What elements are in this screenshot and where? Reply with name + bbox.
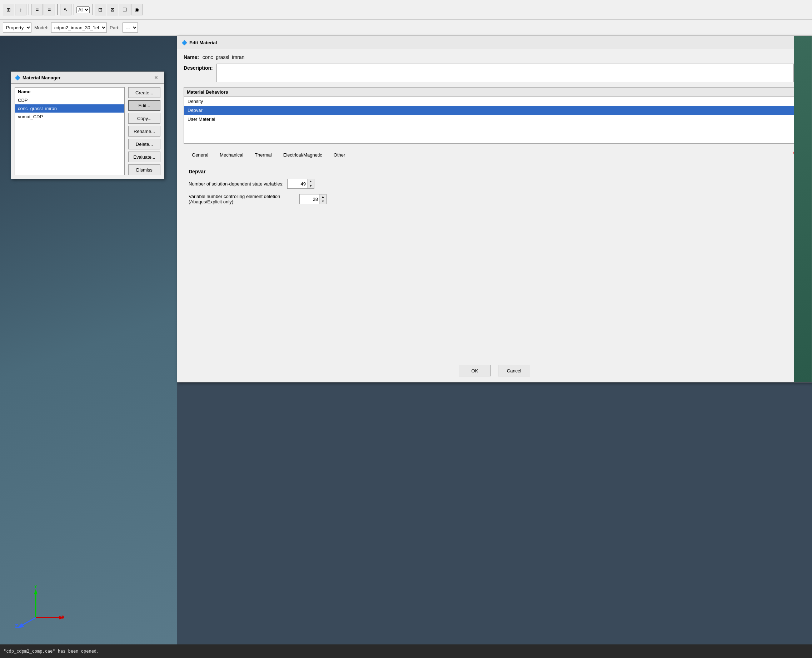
solution-vars-spin-down[interactable]: ▼ [308,184,314,188]
depvar-section: Depvar Number of solution-dependent stat… [184,165,805,213]
module-dropdown[interactable]: Property [3,22,31,33]
toolbar-btn-8[interactable]: ☐ [119,4,130,16]
deletion-var-label: Variable number controlling element dele… [189,194,296,204]
deletion-var-spin-down[interactable]: ▼ [320,199,326,204]
depvar-title: Depvar [189,169,800,174]
deletion-var-row: Variable number controlling element dele… [189,194,800,204]
name-row: Name: conc_grassl_imran [184,54,805,60]
tab-other[interactable]: Other [328,150,351,160]
material-manager-title: 🔷 Material Manager [15,75,60,80]
tabs-row: General Mechanical Thermal Electrical/Ma… [184,149,805,160]
solution-vars-spinbox: ▲ ▼ [287,179,314,189]
property-bar: Property Model: cdpm2_imran_30_1el Part:… [0,20,812,36]
toolbar: ⊞ ↕ ≡ ≡ ↖ All ⊡ ⊠ ☐ ◉ [0,0,812,20]
edit-material-title-text: Edit Material [189,40,217,45]
tab-thermal[interactable]: Thermal [249,150,277,160]
name-label: Name: [184,54,199,60]
deletion-var-spinbox: ▲ ▼ [299,194,327,204]
toolbar-btn-2[interactable]: ↕ [15,4,27,16]
y-axis-label: Y [34,586,38,589]
x-axis-label: X [61,614,64,620]
solution-vars-label: Number of solution-dependent state varia… [189,181,284,186]
edit-button[interactable]: Edit... [128,100,160,111]
edit-material-icon: 🔷 [181,40,187,45]
material-manager-dialog: 🔷 Material Manager ✕ Name CDP conc_grass… [11,72,164,179]
deletion-var-spin-buttons: ▲ ▼ [319,194,326,204]
status-bar: "cdp_cdpm2_comp.cae" has been opened. [0,644,812,658]
model-dropdown[interactable]: cdpm2_imran_30_1el [51,22,107,33]
z-axis-label: Z [15,623,18,628]
edit-material-dialog: 🔷 Edit Material ✕ Name: conc_grassl_imra… [177,36,812,382]
evaluate-button[interactable]: Evaluate... [128,152,160,162]
behavior-list: Density Depvar User Material [184,97,805,143]
dismiss-button[interactable]: Dismiss [128,164,160,175]
toolbar-sep-2 [57,4,58,15]
create-button[interactable]: Create... [128,87,160,98]
toolbar-sep-4 [92,4,92,15]
toolbar-btn-5[interactable]: ↖ [60,4,72,16]
viewport: 🔷 Material Manager ✕ Name CDP conc_grass… [0,36,177,658]
edit-material-content: Name: conc_grassl_imran Description: ✏️ … [177,49,812,218]
toolbar-icons: ⊞ ↕ ≡ ≡ ↖ All ⊡ ⊠ ☐ ◉ [3,4,142,16]
material-manager-title-text: Material Manager [22,75,60,80]
part-label: Part: [110,25,119,30]
edit-material-footer: OK Cancel [177,359,812,382]
filter-dropdown[interactable]: All [77,6,90,13]
deletion-var-spin-up[interactable]: ▲ [320,194,326,199]
material-manager-buttons: Create... Edit... Copy... Rename... Dele… [128,87,160,175]
solution-vars-spin-up[interactable]: ▲ [308,179,314,184]
toolbar-sep-3 [74,4,74,15]
cancel-button[interactable]: Cancel [498,365,530,376]
svg-marker-1 [34,589,38,594]
status-message: "cdp_cdpm2_comp.cae" has been opened. [3,649,99,654]
copy-button[interactable]: Copy... [128,113,160,124]
delete-button[interactable]: Delete... [128,139,160,149]
edit-material-title: 🔷 Edit Material [181,40,217,45]
material-manager-close-button[interactable]: ✕ [152,74,160,81]
material-manager-titlebar: 🔷 Material Manager ✕ [11,72,164,84]
tab-mechanical[interactable]: Mechanical [214,150,249,160]
toolbar-btn-4[interactable]: ≡ [44,4,55,16]
tab-electrical-magnetic[interactable]: Electrical/Magnetic [278,150,328,160]
toolbar-sep-1 [28,4,29,15]
solution-vars-spin-buttons: ▲ ▼ [307,179,314,188]
solution-vars-input[interactable] [288,179,307,188]
material-manager-content: Name CDP conc_grassl_imran vumat_CDP Cre… [11,84,164,179]
material-list-header: Name [15,88,124,96]
deletion-var-input[interactable] [300,194,319,204]
description-label: Description: [184,64,213,71]
toolbar-btn-9[interactable]: ◉ [131,4,142,16]
solution-vars-row: Number of solution-dependent state varia… [189,179,800,189]
name-value: conc_grassl_imran [203,54,245,60]
material-behaviors-title: Material Behaviors [184,88,805,97]
description-row: Description: ✏️ [184,64,805,82]
material-item-cdp[interactable]: CDP [15,96,124,104]
ok-button[interactable]: OK [459,365,491,376]
model-label: Model: [34,25,48,30]
part-dropdown[interactable]: --- [122,22,138,33]
material-item-vumat[interactable]: vumat_CDP [15,113,124,121]
toolbar-btn-6[interactable]: ⊡ [95,4,106,16]
material-manager-icon: 🔷 [15,75,20,80]
material-list: Name CDP conc_grassl_imran vumat_CDP [15,87,125,175]
behavior-depvar[interactable]: Depvar [184,106,805,115]
behavior-density[interactable]: Density [184,97,805,106]
toolbar-btn-3[interactable]: ≡ [31,4,43,16]
material-behaviors-section: Material Behaviors Density Depvar User M… [184,87,805,144]
tab-general[interactable]: General [186,150,214,160]
material-item-conc[interactable]: conc_grassl_imran [15,104,124,113]
description-input[interactable] [216,64,794,82]
behavior-user-material[interactable]: User Material [184,115,805,124]
right-bg-decoration [794,36,812,382]
coordinate-axes: Y X Z [14,586,64,630]
rename-button[interactable]: Rename... [128,126,160,136]
main-area: 🔷 Material Manager ✕ Name CDP conc_grass… [0,36,812,658]
edit-material-titlebar: 🔷 Edit Material ✕ [177,36,812,49]
toolbar-btn-7[interactable]: ⊠ [107,4,118,16]
toolbar-btn-1[interactable]: ⊞ [3,4,14,16]
